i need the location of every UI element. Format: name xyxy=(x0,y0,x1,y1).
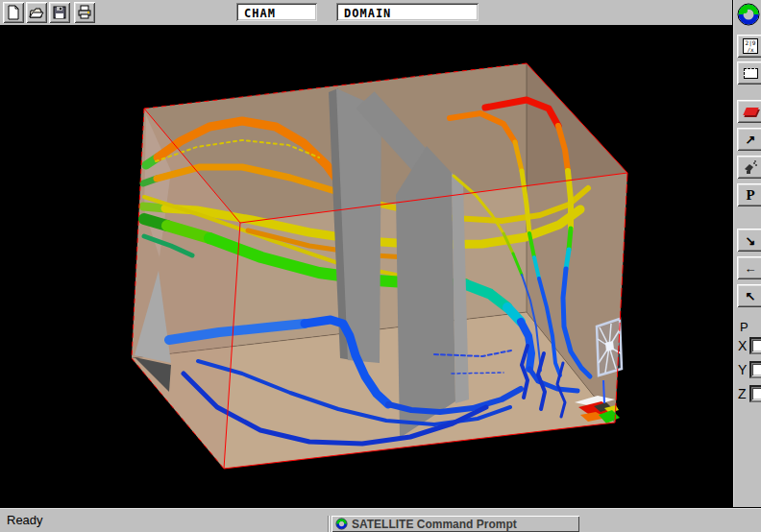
taskbar-divider xyxy=(328,516,330,532)
probe-y-label: Y xyxy=(738,362,747,377)
wall-fan xyxy=(597,319,622,375)
probe-values-glyph-top: 2|9 xyxy=(744,39,757,46)
printer-icon xyxy=(77,5,92,20)
probe-values-button[interactable]: 2|9 /x xyxy=(737,35,761,58)
probe-z-field[interactable] xyxy=(749,385,761,402)
print-button[interactable] xyxy=(74,2,95,23)
probe-x-label: X xyxy=(738,338,747,353)
open-folder-icon xyxy=(29,5,44,20)
save-file-button[interactable] xyxy=(49,2,70,23)
toolbar xyxy=(0,0,732,27)
red-eraser-icon xyxy=(743,108,759,115)
arrow-left-icon: ← xyxy=(745,262,757,275)
satellite-globe-icon xyxy=(335,518,348,530)
new-document-icon xyxy=(6,5,21,20)
arrow-ne-icon: ↗ xyxy=(746,133,756,146)
taskbar-satellite-button[interactable]: SATELLITE Command Prompt xyxy=(331,516,579,532)
delete-object-button[interactable] xyxy=(737,100,761,123)
spray-streamline-button[interactable] xyxy=(737,156,761,179)
open-file-button[interactable] xyxy=(26,2,47,23)
arrow-left-button[interactable]: ← xyxy=(737,256,761,279)
plot-button[interactable]: P xyxy=(737,183,761,206)
arrow-se-icon: ↘ xyxy=(746,234,756,247)
arrow-nw-icon: ↖ xyxy=(746,290,756,302)
arrow-ne-button[interactable]: ↗ xyxy=(737,128,761,151)
arrow-nw-button[interactable]: ↖ xyxy=(737,284,761,307)
domain-box-icon xyxy=(744,68,758,79)
probe-values-glyph-bottom: /x xyxy=(744,46,757,53)
probe-z-label: Z xyxy=(738,386,747,401)
spray-icon xyxy=(743,159,758,175)
tool-sidebar: 2|9 /x ↗ P ↘ ← xyxy=(732,0,761,507)
phoenics-logo-icon xyxy=(736,2,761,27)
domain-outline-button[interactable] xyxy=(737,61,761,85)
status-text: Ready xyxy=(7,513,43,527)
object-field[interactable] xyxy=(336,3,479,21)
scene-canvas xyxy=(0,27,732,507)
app-window: 2|9 /x ↗ P ↘ ← xyxy=(0,0,761,532)
probe-x-field[interactable] xyxy=(749,337,761,354)
new-file-button[interactable] xyxy=(3,2,24,23)
viewport-3d[interactable] xyxy=(0,27,732,507)
probe-position-label: P xyxy=(740,320,749,334)
corner-arrow-button[interactable]: ↘ xyxy=(737,229,761,252)
probe-values-icon: 2|9 /x xyxy=(743,38,758,54)
plot-p-icon: P xyxy=(746,188,754,203)
floppy-disk-icon xyxy=(52,5,67,20)
taskbar-button-label: SATELLITE Command Prompt xyxy=(352,518,517,531)
probe-y-field[interactable] xyxy=(749,361,761,378)
model-field[interactable] xyxy=(236,3,317,21)
